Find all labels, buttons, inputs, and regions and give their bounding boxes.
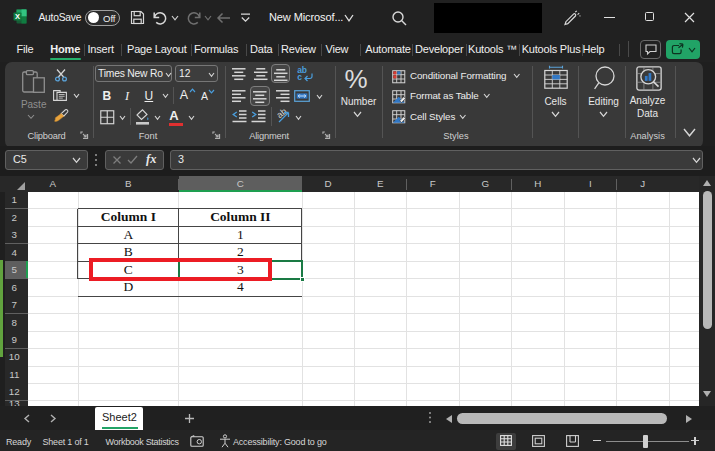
svg-text:X: X xyxy=(15,12,20,21)
